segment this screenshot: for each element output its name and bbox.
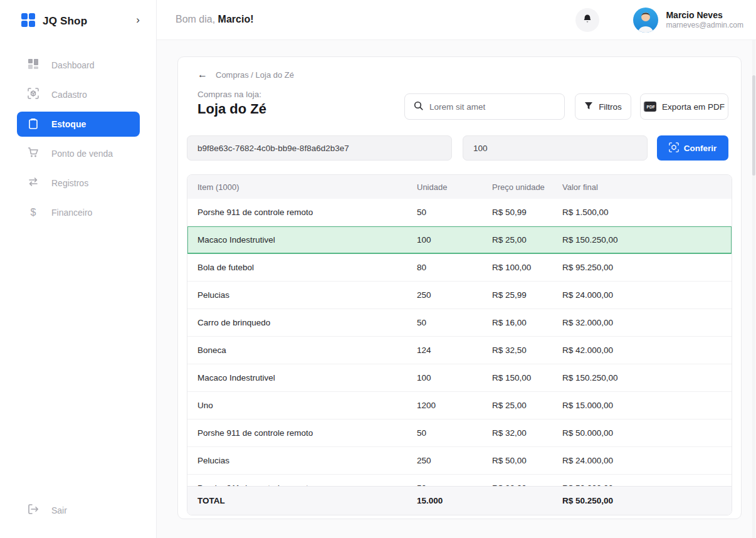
- table-row[interactable]: Macaco Indestrutivel 100 R$ 150,00 R$ 15…: [187, 364, 732, 392]
- cell-item: Macaco Indestrutivel: [187, 373, 407, 382]
- sidebar-item-financeiro[interactable]: $ Financeiro: [0, 198, 157, 227]
- cell-preco: R$ 100,00: [482, 263, 552, 272]
- table-row[interactable]: Carro de brinquedo 50 R$ 16,00 R$ 32.000…: [187, 309, 732, 337]
- search-box[interactable]: [404, 93, 565, 120]
- sidebar-item-label: Registros: [51, 178, 88, 188]
- avatar: [633, 8, 658, 33]
- quantity-input[interactable]: [463, 135, 648, 161]
- table-row[interactable]: Porshe 911 de controle remoto 50 R$ 32,0…: [187, 419, 732, 447]
- table-header: Item (1000) Unidade Preço unidade Valor …: [187, 175, 732, 199]
- cell-item: Porshe 911 de controle remoto: [187, 428, 407, 438]
- table-body: Porshe 911 de controle remoto 50 R$ 50,9…: [187, 199, 732, 486]
- back-arrow-icon[interactable]: ←: [197, 70, 207, 80]
- column-header-preco: Preço unidade: [482, 182, 552, 192]
- cell-item: Bola de futebol: [187, 263, 407, 272]
- cell-preco: R$ 50,99: [482, 208, 552, 217]
- cell-unidade: 250: [407, 456, 482, 465]
- purchases-card: ← Compras / Loja do Zé Compras na loja: …: [177, 56, 742, 519]
- cell-valor: R$ 15.000,00: [552, 401, 732, 410]
- sidebar-item-cadastro[interactable]: Cadastro: [0, 80, 157, 109]
- search-icon: [414, 101, 423, 113]
- page-scrollbar-track: [752, 40, 755, 538]
- cell-preco: R$ 32,00: [482, 483, 552, 486]
- cell-valor: R$ 95.250,00: [552, 263, 732, 272]
- greeting: Bom dia, Marcio!: [176, 14, 254, 25]
- breadcrumb: ← Compras / Loja do Zé: [197, 70, 294, 80]
- sidebar-collapse-chevron-icon[interactable]: ›: [136, 14, 140, 26]
- cell-item: Macaco Indestrutivel: [187, 235, 407, 245]
- notifications-button[interactable]: [575, 8, 599, 32]
- main-content: ← Compras / Loja do Zé Compras na loja: …: [157, 40, 756, 538]
- search-input[interactable]: [429, 102, 555, 112]
- total-valor: R$ 50.250,00: [552, 496, 732, 505]
- cell-unidade: 50: [407, 208, 482, 217]
- scan-cube-icon: [28, 88, 39, 101]
- cell-preco: R$ 16,00: [482, 318, 552, 327]
- cell-valor: R$ 50.000,00: [552, 483, 732, 486]
- user-name: Marcio Neves: [666, 10, 743, 21]
- table-row[interactable]: Uno 1200 R$ 25,00 R$ 15.000,00: [187, 392, 732, 419]
- sidebar-item-dashboard[interactable]: Dashboard: [0, 50, 157, 80]
- cell-preco: R$ 25,00: [482, 235, 552, 245]
- cell-unidade: 124: [407, 345, 482, 355]
- table-total-row: TOTAL 15.000 R$ 50.250,00: [187, 486, 732, 515]
- cell-preco: R$ 150,00: [482, 373, 552, 382]
- sidebar-item-sair[interactable]: Sair: [28, 504, 67, 517]
- cell-preco: R$ 32,50: [482, 345, 552, 355]
- brand: JQ Shop: [21, 13, 87, 30]
- cart-icon: [28, 147, 39, 160]
- page-scrollbar-thumb[interactable]: [752, 75, 755, 176]
- transfer-arrows-icon: [28, 176, 39, 189]
- cell-unidade: 100: [407, 235, 482, 245]
- table-row[interactable]: Macaco Indestrutivel 100 R$ 25,00 R$ 150…: [187, 226, 732, 254]
- header: Bom dia, Marcio! Marcio Neves marneves@a…: [157, 0, 756, 40]
- filters-label: Filtros: [599, 102, 622, 112]
- table-row[interactable]: Pelucias 250 R$ 50,00 R$ 24.000,00: [187, 447, 732, 475]
- table-row[interactable]: Porshe 911 de controle remoto 50 R$ 32,0…: [187, 475, 732, 486]
- items-table: Item (1000) Unidade Preço unidade Valor …: [187, 174, 732, 515]
- sidebar: JQ Shop › Dashboard Cadastro: [0, 0, 157, 538]
- cell-item: Pelucias: [187, 456, 407, 465]
- sidebar-item-estoque[interactable]: Estoque: [17, 112, 140, 137]
- cell-unidade: 50: [407, 483, 482, 486]
- cell-valor: R$ 24.000,00: [552, 456, 732, 465]
- breadcrumb-text: Compras / Loja do Zé: [216, 70, 294, 80]
- page-subtitle: Compras na loja:: [197, 90, 261, 99]
- dashboard-icon: [28, 58, 39, 71]
- sidebar-item-label: Financeiro: [51, 208, 92, 218]
- logout-label: Sair: [51, 505, 67, 515]
- column-header-valor: Valor final: [552, 182, 732, 192]
- export-pdf-button[interactable]: PDF Exporta em PDF: [640, 93, 728, 120]
- cell-valor: R$ 24.000,00: [552, 290, 732, 300]
- sidebar-item-label: Dashboard: [51, 60, 95, 70]
- cell-valor: R$ 1.500,00: [552, 208, 732, 217]
- table-row[interactable]: Boneca 124 R$ 32,50 R$ 42.000,00: [187, 337, 732, 364]
- total-label: TOTAL: [187, 496, 407, 505]
- sidebar-item-label: Estoque: [51, 119, 86, 129]
- filter-icon: [584, 102, 593, 112]
- barcode-input[interactable]: [187, 135, 452, 161]
- cell-valor: R$ 150.250,00: [552, 235, 732, 245]
- table-row[interactable]: Porshe 911 de controle remoto 50 R$ 50,9…: [187, 199, 732, 226]
- cell-preco: R$ 25,00: [482, 401, 552, 410]
- cell-item: Carro de brinquedo: [187, 318, 407, 327]
- cell-unidade: 1200: [407, 401, 482, 410]
- cell-item: Pelucias: [187, 290, 407, 300]
- cell-unidade: 80: [407, 263, 482, 272]
- brand-name: JQ Shop: [43, 15, 87, 28]
- cell-unidade: 50: [407, 428, 482, 438]
- confer-button[interactable]: Conferir: [657, 135, 728, 161]
- brand-logo-icon: [21, 13, 36, 30]
- user-menu[interactable]: Marcio Neves marneves@admin.com: [633, 8, 743, 33]
- sidebar-item-registros[interactable]: Registros: [0, 168, 157, 198]
- cell-preco: R$ 25,99: [482, 290, 552, 300]
- table-row[interactable]: Pelucias 250 R$ 25,99 R$ 24.000,00: [187, 282, 732, 309]
- cell-valor: R$ 32.000,00: [552, 318, 732, 327]
- filters-button[interactable]: Filtros: [575, 93, 631, 120]
- column-header-item: Item (1000): [187, 182, 407, 192]
- table-row[interactable]: Bola de futebol 80 R$ 100,00 R$ 95.250,0…: [187, 254, 732, 282]
- cell-valor: R$ 150.250,00: [552, 373, 732, 382]
- cell-valor: R$ 50.000,00: [552, 428, 732, 438]
- confer-label: Conferir: [684, 144, 717, 153]
- sidebar-item-ponto-de-venda[interactable]: Ponto de venda: [0, 139, 157, 168]
